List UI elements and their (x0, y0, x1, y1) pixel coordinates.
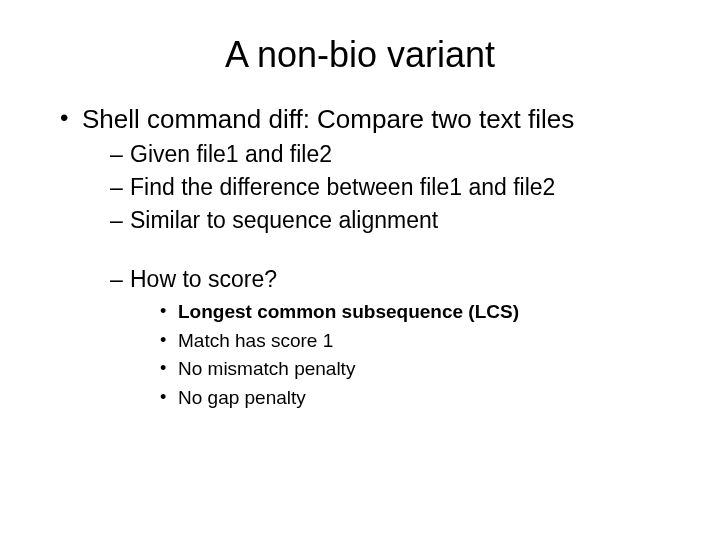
list-item: No mismatch penalty (160, 356, 680, 383)
detail-bullet-text: Longest common subsequence (LCS) (178, 301, 519, 322)
list-item: Longest common subsequence (LCS) (160, 299, 680, 326)
list-item: Similar to sequence alignment (110, 205, 680, 236)
detail-bullet-text: Match has score 1 (178, 330, 333, 351)
list-item: How to score? Longest common subsequence… (110, 264, 680, 411)
slide: A non-bio variant Shell command diff: Co… (0, 0, 720, 540)
bullet-list-level1: Shell command diff: Compare two text fil… (40, 104, 680, 412)
bullet-list-level3: Longest common subsequence (LCS) Match h… (130, 299, 680, 411)
list-item: No gap penalty (160, 385, 680, 412)
detail-bullet-text: No gap penalty (178, 387, 306, 408)
question-bullet-text: How to score? (130, 266, 277, 292)
slide-title: A non-bio variant (40, 34, 680, 76)
list-item: Find the difference between file1 and fi… (110, 172, 680, 203)
bullet-list-level2: Given file1 and file2 Find the differenc… (82, 139, 680, 412)
list-item: Given file1 and file2 (110, 139, 680, 170)
sub-bullet-text: Given file1 and file2 (130, 141, 332, 167)
list-item: Match has score 1 (160, 328, 680, 355)
sub-bullet-text: Similar to sequence alignment (130, 207, 438, 233)
list-item: Shell command diff: Compare two text fil… (60, 104, 680, 412)
detail-bullet-text: No mismatch penalty (178, 358, 355, 379)
main-bullet-text: Shell command diff: Compare two text fil… (82, 104, 574, 134)
sub-bullet-text: Find the difference between file1 and fi… (130, 174, 555, 200)
